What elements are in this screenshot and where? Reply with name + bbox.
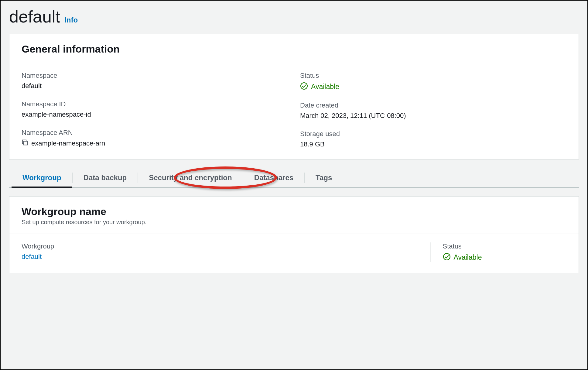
date-created-label: Date created bbox=[300, 101, 566, 109]
namespace-id-value: example-namespace-id bbox=[22, 111, 288, 118]
tab-workgroup[interactable]: Workgroup bbox=[12, 168, 72, 187]
page-title: default bbox=[9, 7, 60, 26]
workgroup-panel-subtitle: Set up compute resources for your workgr… bbox=[22, 219, 566, 226]
date-created-field: Date created March 02, 2023, 12:11 (UTC-… bbox=[300, 101, 566, 120]
copy-icon[interactable] bbox=[22, 139, 28, 148]
check-circle-icon bbox=[300, 82, 308, 91]
tab-security-encryption[interactable]: Security and encryption bbox=[138, 168, 243, 187]
storage-used-value: 18.9 GB bbox=[300, 140, 566, 148]
svg-rect-1 bbox=[24, 141, 27, 145]
general-information-panel: General information Namespace default Na… bbox=[9, 34, 579, 159]
general-information-title: General information bbox=[22, 43, 566, 55]
tabs-row: Workgroup Data backup Security and encry… bbox=[9, 168, 579, 188]
panel-header: General information bbox=[9, 34, 579, 63]
namespace-field: Namespace default bbox=[22, 72, 288, 90]
namespace-arn-label: Namespace ARN bbox=[22, 129, 288, 137]
tab-datashares[interactable]: Datashares bbox=[243, 168, 304, 187]
namespace-id-label: Namespace ID bbox=[22, 100, 288, 108]
tab-tags[interactable]: Tags bbox=[305, 168, 343, 187]
storage-used-label: Storage used bbox=[300, 130, 566, 138]
info-link[interactable]: Info bbox=[64, 16, 78, 24]
workgroup-panel-header: Workgroup name Set up compute resources … bbox=[9, 197, 579, 234]
namespace-value: default bbox=[22, 82, 288, 90]
workgroup-label: Workgroup bbox=[22, 242, 430, 250]
svg-point-2 bbox=[301, 83, 307, 89]
check-circle-icon bbox=[443, 253, 451, 262]
workgroup-panel: Workgroup name Set up compute resources … bbox=[9, 196, 579, 273]
svg-point-3 bbox=[443, 253, 450, 260]
status-value: Available bbox=[311, 83, 339, 91]
storage-used-field: Storage used 18.9 GB bbox=[300, 130, 566, 148]
namespace-arn-field: Namespace ARN example-namespace-arn bbox=[22, 129, 288, 148]
panel-body: Namespace default Namespace ID example-n… bbox=[9, 63, 579, 159]
workgroup-link[interactable]: default bbox=[22, 253, 430, 261]
namespace-label: Namespace bbox=[22, 72, 288, 80]
workgroup-column-right: Status Available bbox=[430, 242, 567, 262]
info-column-right: Status Available Date cr bbox=[288, 72, 566, 148]
namespace-arn-value: example-namespace-arn bbox=[31, 139, 105, 147]
workgroup-panel-body: Workgroup default Status Available bbox=[9, 234, 579, 273]
page-header: default Info bbox=[9, 4, 579, 34]
workgroup-column-left: Workgroup default bbox=[22, 242, 430, 262]
info-column-left: Namespace default Namespace ID example-n… bbox=[22, 72, 288, 148]
tab-data-backup[interactable]: Data backup bbox=[73, 168, 138, 187]
workgroup-panel-title: Workgroup name bbox=[22, 206, 566, 218]
namespace-id-field: Namespace ID example-namespace-id bbox=[22, 100, 288, 118]
date-created-value: March 02, 2023, 12:11 (UTC-08:00) bbox=[300, 112, 566, 120]
workgroup-status-value: Available bbox=[454, 253, 482, 262]
status-label: Status bbox=[300, 72, 566, 80]
status-field: Status Available bbox=[300, 72, 566, 91]
workgroup-status-label: Status bbox=[443, 242, 567, 250]
